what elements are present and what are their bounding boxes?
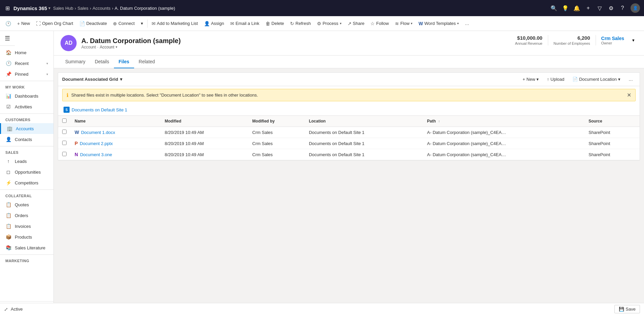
follow-button[interactable]: ☆ Follow	[368, 20, 392, 28]
delete-button[interactable]: 🗑 Delete	[263, 20, 287, 28]
file-link-doc2[interactable]: P Document 2.pptx	[75, 141, 157, 146]
settings-icon[interactable]: ⚙	[608, 5, 614, 11]
filter-icon[interactable]: ▽	[596, 5, 603, 11]
sidebar-item-contacts[interactable]: 👤 Contacts	[0, 134, 53, 145]
sidebar-item-invoices[interactable]: 📋 Invoices	[0, 221, 53, 232]
search-icon[interactable]: 🔍	[551, 5, 557, 11]
breadcrumb-sales-hub[interactable]: Sales Hub	[53, 6, 73, 11]
save-button[interactable]: 💾 Save	[614, 305, 640, 313]
contacts-icon: 👤	[5, 137, 11, 142]
word-templates-button[interactable]: W Word Templates ▾	[416, 20, 461, 28]
table-header-path[interactable]: Path ↑	[423, 116, 585, 127]
file-type-icon: W	[75, 130, 79, 135]
sidebar-item-home[interactable]: 🏠 Home	[0, 47, 53, 58]
open-org-chart-button[interactable]: ⛶ Open Org Chart	[33, 20, 76, 28]
file-modified-by: Crm Sales	[248, 149, 305, 160]
sidebar-item-accounts[interactable]: 🏢 Accounts	[0, 123, 53, 134]
alert-info-icon: ℹ	[67, 92, 69, 98]
alert-close-button[interactable]: ✕	[627, 92, 631, 98]
deactivate-button[interactable]: 📄 Deactivate	[77, 20, 110, 28]
more-options-button[interactable]: …	[462, 20, 472, 27]
app-name[interactable]: Dynamics 365 ▾	[13, 5, 50, 11]
share-icon: ↗	[348, 21, 352, 26]
row-checkbox[interactable]	[62, 141, 67, 145]
help-icon[interactable]: ?	[619, 5, 626, 11]
sidebar-item-quotes[interactable]: 📋 Quotes	[0, 199, 53, 210]
competitors-icon: ⚡	[5, 180, 11, 185]
grid-doc-location-button[interactable]: 📄 Document Location ▾	[570, 75, 623, 83]
sharepoint-link[interactable]: S Documents on Default Site 1	[58, 104, 640, 115]
file-source: SharePoint	[585, 149, 640, 160]
grid-new-button[interactable]: + New ▾	[520, 75, 542, 83]
sidebar-item-pinned[interactable]: 📌 Pinned ▾	[0, 69, 53, 79]
sidebar-item-activities[interactable]: ☑ Activities	[0, 101, 53, 112]
table-header-name: Name	[71, 116, 161, 127]
file-modified-by: Crm Sales	[248, 127, 305, 138]
tabs-bar: Summary Details Files Related	[54, 56, 644, 68]
history-button[interactable]: 🕐	[3, 20, 14, 28]
connect-icon: ⊕	[113, 21, 117, 26]
table-row: W Document 1.docx 8/20/2019 10:49 AM Crm…	[58, 127, 640, 138]
header-expand-button[interactable]: ▾	[630, 38, 637, 43]
file-link-doc1[interactable]: W Document 1.docx	[75, 130, 157, 135]
grid-upload-button[interactable]: ↑ Upload	[544, 75, 567, 83]
lightbulb-icon[interactable]: 💡	[562, 5, 569, 11]
refresh-icon: ↻	[290, 21, 294, 26]
assign-button[interactable]: 👤 Assign	[201, 20, 227, 28]
file-modified: 8/20/2019 10:49 AM	[161, 138, 248, 149]
owner-value[interactable]: Crm Sales	[601, 36, 624, 41]
sidebar-item-dashboards[interactable]: 📊 Dashboards	[0, 91, 53, 101]
doc-location-icon: 📄	[572, 77, 578, 82]
more-dropdown-1[interactable]: ▾	[138, 20, 146, 27]
file-location: Documents on Default Site 1	[305, 138, 423, 149]
right-content: AD A. Datum Corporation (sample) Account…	[54, 31, 644, 315]
sidebar-item-sales-literature[interactable]: 📚 Sales Literature	[0, 242, 53, 253]
command-bar: 🕐 + New ⛶ Open Org Chart 📄 Deactivate ⊕ …	[0, 16, 644, 31]
plus-icon[interactable]: +	[585, 5, 592, 11]
sharepoint-link-label: Documents on Default Site 1	[72, 107, 127, 112]
accounts-icon: 🏢	[6, 126, 12, 131]
annual-revenue-value: $10,000.00	[515, 35, 542, 41]
add-to-marketing-button[interactable]: ✉ Add to Marketing List	[149, 20, 201, 28]
form-header: AD A. Datum Corporation (sample) Account…	[54, 31, 644, 56]
process-button[interactable]: ⚙ Process ▾	[314, 20, 344, 28]
breadcrumb-accounts[interactable]: Accounts	[92, 6, 110, 11]
apps-menu-icon[interactable]: ⊞	[4, 5, 11, 11]
sidebar-item-leads[interactable]: ↑ Leads	[0, 156, 53, 167]
tab-files[interactable]: Files	[114, 56, 134, 68]
select-all-checkbox[interactable]	[62, 118, 67, 123]
sidebar-item-opportunities[interactable]: ◻ Opportunities	[0, 167, 53, 177]
sidebar-item-products[interactable]: 📦 Products	[0, 232, 53, 242]
breadcrumb-sales[interactable]: Sales	[77, 6, 88, 11]
sidebar-item-recent[interactable]: 🕐 Recent ▾	[0, 58, 53, 69]
tab-details[interactable]: Details	[90, 56, 114, 68]
owner-field: Crm Sales Owner	[596, 36, 630, 45]
cmd-separator-1	[147, 20, 148, 28]
employees-label: Number of Employees	[554, 41, 590, 45]
sidebar-toggle[interactable]: ☰	[0, 31, 15, 46]
email-link-button[interactable]: ✉ Email a Link	[228, 20, 262, 28]
bell-icon[interactable]: 🔔	[573, 5, 580, 11]
row-checkbox[interactable]	[62, 152, 67, 156]
row-checkbox[interactable]	[62, 130, 67, 134]
flow-icon: ≋	[395, 21, 399, 26]
table-header-source: Source	[585, 116, 640, 127]
doc-grid-title: Document Associated Grid ▾	[62, 77, 122, 82]
flow-button[interactable]: ≋ Flow ▾	[392, 20, 415, 28]
connect-button[interactable]: ⊕ Connect	[110, 20, 137, 28]
tab-summary[interactable]: Summary	[61, 56, 90, 68]
user-icon[interactable]: 👤	[631, 3, 640, 13]
annual-revenue-field: $10,000.00 Annual Revenue	[510, 35, 548, 45]
file-modified-by: Crm Sales	[248, 138, 305, 149]
tab-related[interactable]: Related	[134, 56, 160, 68]
sidebar-item-competitors[interactable]: ⚡ Competitors	[0, 177, 53, 188]
file-path: A- Datum Corporation (sample)_C4EA…	[423, 127, 585, 138]
grid-more-button[interactable]: …	[626, 75, 636, 83]
sidebar-section-collateral: Collateral	[0, 191, 53, 199]
home-icon: 🏠	[5, 50, 11, 55]
file-link-doc3[interactable]: N Document 3.one	[75, 152, 157, 157]
share-button[interactable]: ↗ Share	[345, 20, 367, 28]
refresh-button[interactable]: ↻ Refresh	[287, 20, 314, 28]
new-button[interactable]: + New	[14, 20, 33, 28]
sidebar-item-orders[interactable]: 📋 Orders	[0, 210, 53, 221]
